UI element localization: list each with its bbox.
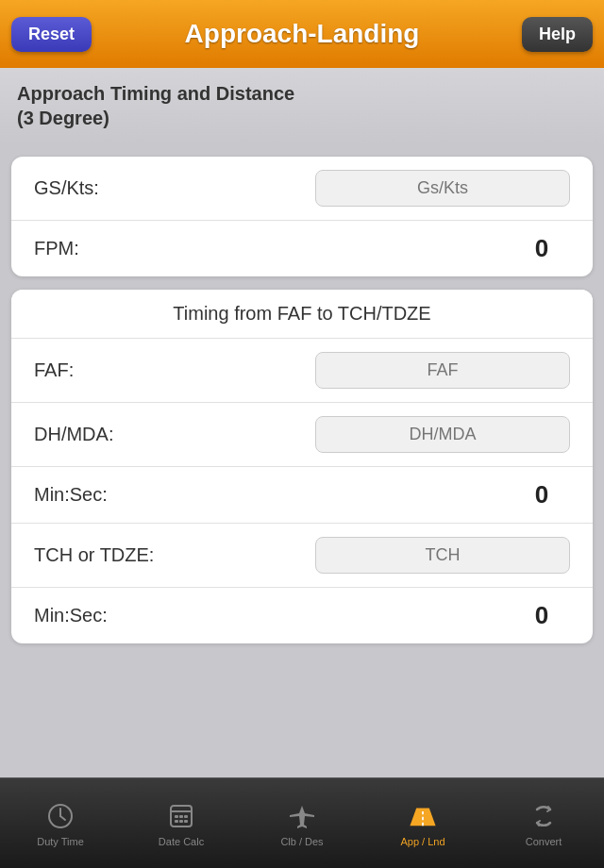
timing-header: Timing from FAF to TCH/TDZE xyxy=(11,290,593,339)
convert-icon xyxy=(528,800,560,832)
min-sec-row-1: Min:Sec: 0 xyxy=(11,467,593,524)
min-sec-row-2: Min:Sec: 0 xyxy=(11,588,593,643)
date-calc-icon xyxy=(165,800,197,832)
gs-fpm-card: GS/Kts: FPM: 0 xyxy=(11,157,593,276)
svg-rect-9 xyxy=(179,820,183,823)
tab-clb-des-label: Clb / Des xyxy=(280,836,323,847)
tab-date-calc-label: Date Calc xyxy=(159,836,204,847)
gs-row: GS/Kts: xyxy=(11,157,593,221)
faf-row: FAF: xyxy=(11,339,593,403)
section-heading: Approach Timing and Distance (3 Degree) xyxy=(0,68,604,143)
tch-tdze-label: TCH or TDZE: xyxy=(34,544,154,566)
tab-bar: Duty Time Date Calc Clb / Des xyxy=(0,777,604,868)
svg-rect-10 xyxy=(184,820,188,823)
fpm-row: FPM: 0 xyxy=(11,221,593,276)
svg-rect-7 xyxy=(184,815,188,818)
min-sec-label-1: Min:Sec: xyxy=(34,484,108,506)
tab-app-lnd[interactable]: App / Lnd xyxy=(362,778,483,868)
clb-des-icon xyxy=(286,800,318,832)
duty-time-icon xyxy=(44,800,76,832)
help-button[interactable]: Help xyxy=(522,17,593,52)
header: Reset Approach-Landing Help xyxy=(0,0,604,68)
tch-tdze-input[interactable] xyxy=(315,537,570,574)
faf-label: FAF: xyxy=(34,359,74,381)
gs-label: GS/Kts: xyxy=(34,177,99,199)
tab-convert[interactable]: Convert xyxy=(483,778,604,868)
tab-date-calc[interactable]: Date Calc xyxy=(121,778,242,868)
tab-convert-label: Convert xyxy=(526,836,562,847)
min-sec-value-2: 0 xyxy=(513,601,570,630)
page-title: Approach-Landing xyxy=(185,19,420,49)
tab-app-lnd-label: App / Lnd xyxy=(400,836,445,847)
tab-duty-time-label: Duty Time xyxy=(37,836,84,847)
timing-card: Timing from FAF to TCH/TDZE FAF: DH/MDA:… xyxy=(11,290,593,643)
tab-duty-time[interactable]: Duty Time xyxy=(0,778,121,868)
faf-input[interactable] xyxy=(315,352,570,389)
reset-button[interactable]: Reset xyxy=(11,17,92,52)
min-sec-value-1: 0 xyxy=(513,480,570,509)
min-sec-label-2: Min:Sec: xyxy=(34,605,108,626)
svg-rect-5 xyxy=(175,815,178,818)
dh-mda-row: DH/MDA: xyxy=(11,403,593,467)
fpm-label: FPM: xyxy=(34,238,79,259)
fpm-value: 0 xyxy=(513,234,570,263)
tch-tdze-row: TCH or TDZE: xyxy=(11,524,593,588)
gs-input[interactable] xyxy=(315,170,570,207)
svg-rect-6 xyxy=(179,815,183,818)
dh-mda-label: DH/MDA: xyxy=(34,424,113,445)
dh-mda-input[interactable] xyxy=(315,416,570,453)
svg-rect-8 xyxy=(175,820,178,823)
app-lnd-icon xyxy=(407,800,439,832)
tab-clb-des[interactable]: Clb / Des xyxy=(242,778,362,868)
svg-line-2 xyxy=(60,816,65,820)
